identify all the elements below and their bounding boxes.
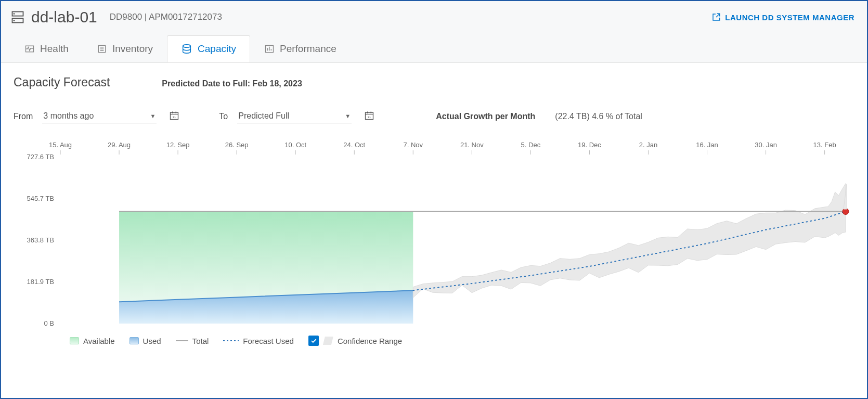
caret-down-icon: ▼ bbox=[345, 113, 351, 119]
svg-text:12. Sep: 12. Sep bbox=[166, 141, 190, 149]
to-label: To bbox=[219, 112, 228, 121]
tab-label: Capacity bbox=[198, 43, 236, 55]
tab-label: Health bbox=[40, 43, 69, 55]
confidence-swatch-icon bbox=[323, 337, 333, 345]
from-label: From bbox=[14, 112, 33, 121]
legend-used: Used bbox=[129, 337, 161, 345]
svg-text:29. Aug: 29. Aug bbox=[108, 141, 131, 149]
growth-label: Actual Growth per Month bbox=[436, 112, 535, 121]
host-meta: DD9800 | APM00172712073 bbox=[110, 12, 222, 22]
svg-text:31: 31 bbox=[368, 115, 371, 119]
tab-health[interactable]: Health bbox=[10, 35, 83, 62]
svg-text:19. Dec: 19. Dec bbox=[578, 141, 601, 149]
content: Capacity Forecast Predicted Date to Full… bbox=[1, 62, 867, 358]
svg-text:26. Sep: 26. Sep bbox=[225, 141, 249, 149]
header: dd-lab-01 DD9800 | APM00172712073 LAUNCH… bbox=[1, 1, 867, 35]
available-swatch-icon bbox=[70, 337, 79, 344]
total-line-icon bbox=[176, 340, 188, 341]
forecast-dotted-icon bbox=[223, 340, 239, 341]
growth-value: (22.4 TB) 4.6 % of Total bbox=[555, 112, 642, 121]
svg-text:181.9 TB: 181.9 TB bbox=[27, 278, 54, 286]
page-title: Capacity Forecast bbox=[14, 75, 110, 89]
tab-capacity[interactable]: Capacity bbox=[167, 35, 250, 62]
controls-row: From 3 months ago ▼ 31 To Predicted Full… bbox=[14, 109, 854, 123]
svg-point-9 bbox=[183, 45, 191, 48]
caret-down-icon: ▼ bbox=[150, 113, 156, 119]
to-dropdown[interactable]: Predicted Full ▼ bbox=[237, 109, 352, 123]
tab-performance[interactable]: Performance bbox=[250, 35, 351, 62]
svg-text:363.8 TB: 363.8 TB bbox=[27, 236, 54, 244]
svg-text:727.6 TB: 727.6 TB bbox=[27, 153, 54, 161]
from-value: 3 months ago bbox=[43, 111, 94, 121]
svg-text:24. Oct: 24. Oct bbox=[343, 141, 365, 149]
tab-label: Performance bbox=[280, 43, 336, 55]
svg-text:0 B: 0 B bbox=[44, 319, 54, 327]
legend-forecast: Forecast Used bbox=[223, 337, 294, 345]
launch-label: LAUNCH DD SYSTEM MANAGER bbox=[725, 13, 854, 22]
legend-available: Available bbox=[70, 337, 115, 345]
storage-icon bbox=[10, 10, 25, 24]
svg-text:21. Nov: 21. Nov bbox=[460, 141, 484, 149]
tabs: Health Inventory Capacity Performance bbox=[1, 35, 867, 62]
confidence-checkbox[interactable] bbox=[308, 336, 319, 346]
used-swatch-icon bbox=[129, 337, 139, 344]
tab-inventory[interactable]: Inventory bbox=[83, 35, 167, 62]
capacity-forecast-chart: 15. Aug29. Aug12. Sep26. Sep10. Oct24. O… bbox=[14, 139, 854, 331]
svg-text:5. Dec: 5. Dec bbox=[521, 141, 541, 149]
tab-label: Inventory bbox=[112, 43, 153, 55]
from-calendar-icon[interactable]: 31 bbox=[169, 110, 179, 123]
to-value: Predicted Full bbox=[238, 111, 289, 121]
svg-text:10. Oct: 10. Oct bbox=[284, 141, 306, 149]
svg-text:13. Feb: 13. Feb bbox=[813, 141, 836, 149]
svg-text:31: 31 bbox=[173, 115, 176, 119]
svg-text:7. Nov: 7. Nov bbox=[403, 141, 423, 149]
to-calendar-icon[interactable]: 31 bbox=[364, 110, 374, 123]
svg-text:545.7 TB: 545.7 TB bbox=[27, 195, 54, 202]
chart-legend: Available Used Total Forecast Used Confi… bbox=[14, 331, 854, 346]
svg-text:2. Jan: 2. Jan bbox=[639, 141, 657, 149]
legend-confidence[interactable]: Confidence Range bbox=[308, 336, 402, 346]
legend-total: Total bbox=[176, 337, 209, 345]
predicted-date-to-full: Predicted Date to Full: Feb 18, 2023 bbox=[162, 79, 302, 88]
launch-dd-system-manager-link[interactable]: LAUNCH DD SYSTEM MANAGER bbox=[711, 12, 854, 22]
svg-text:16. Jan: 16. Jan bbox=[696, 141, 718, 149]
host-name: dd-lab-01 bbox=[31, 8, 97, 26]
from-dropdown[interactable]: 3 months ago ▼ bbox=[42, 109, 157, 123]
svg-text:30. Jan: 30. Jan bbox=[755, 141, 777, 149]
svg-text:15. Aug: 15. Aug bbox=[49, 141, 72, 149]
